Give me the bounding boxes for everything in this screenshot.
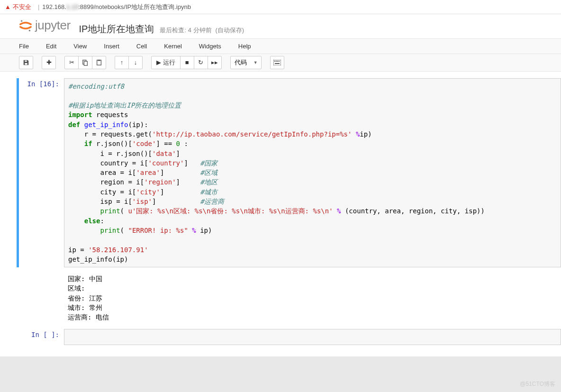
jupyter-logo[interactable]: jupyter	[19, 18, 71, 33]
restart-button[interactable]: ↻	[194, 56, 208, 69]
stop-icon: ■	[185, 59, 189, 66]
restart-icon: ↻	[198, 59, 203, 66]
notebook-title[interactable]: IP地址所在地查询	[79, 23, 154, 36]
browser-address-bar[interactable]: ▲ 不安全 | 192.168.1.13:8899/notebooks/IP地址…	[0, 0, 561, 14]
svg-rect-11	[275, 63, 280, 64]
svg-point-0	[21, 20, 23, 22]
copy-icon	[82, 59, 89, 66]
notebook-container: In [16]:#encoding:utf8 #根据ip地址查询出IP所在的地理…	[0, 72, 561, 356]
menu-widgets[interactable]: Widgets	[190, 39, 230, 54]
paste-icon	[96, 59, 102, 66]
svg-rect-9	[277, 61, 278, 62]
keyboard-icon	[273, 60, 281, 65]
url-text-suffix: :8899/notebooks/IP地址所在地查询.ipynb	[78, 3, 191, 11]
svg-rect-7	[274, 61, 275, 62]
svg-point-1	[29, 29, 31, 31]
input-prompt: In [16]:	[19, 78, 64, 268]
menu-bar: FileEditViewInsertCellKernelWidgetsHelp	[0, 38, 561, 54]
svg-rect-6	[273, 60, 281, 65]
output-text: 国家: 中国 区域: 省份: 江苏 城市: 常州 运营商: 电信	[64, 271, 561, 325]
run-label: 运行	[163, 58, 175, 67]
jupyter-logo-text: jupyter	[35, 18, 71, 33]
output-prompt	[19, 271, 64, 325]
svg-rect-8	[276, 61, 277, 62]
code-cell[interactable]: In [16]:#encoding:utf8 #根据ip地址查询出IP所在的地理…	[19, 76, 561, 270]
menu-file[interactable]: File	[19, 39, 37, 54]
paste-button[interactable]	[92, 56, 106, 69]
code-cell[interactable]: In [ ]:	[19, 327, 561, 347]
menu-insert[interactable]: Insert	[95, 39, 128, 54]
svg-rect-3	[84, 61, 87, 65]
url-text-prefix: 192.168.	[42, 3, 66, 10]
insecure-label: 不安全	[13, 3, 31, 11]
menu-kernel[interactable]: Kernel	[155, 39, 190, 54]
menu-help[interactable]: Help	[230, 39, 260, 54]
command-palette-button[interactable]	[270, 56, 284, 69]
arrow-down-icon: ↓	[134, 59, 137, 66]
menu-edit[interactable]: Edit	[37, 39, 65, 54]
code-input[interactable]	[64, 329, 561, 345]
svg-rect-5	[98, 59, 100, 61]
restart-run-all-button[interactable]: ▸▸	[208, 56, 222, 69]
interrupt-button[interactable]: ■	[180, 56, 194, 69]
url-separator: |	[38, 3, 39, 10]
autosave-status: (自动保存)	[216, 26, 244, 35]
move-down-button[interactable]: ↓	[128, 56, 143, 69]
notebook-header: jupyter IP地址所在地查询 最后检查: 4 分钟前 (自动保存)	[0, 14, 561, 38]
url-text-blurred: 1.13	[66, 3, 78, 10]
cut-button[interactable]: ✂	[64, 56, 79, 69]
move-up-button[interactable]: ↑	[115, 56, 129, 69]
add-cell-button[interactable]: ✚	[42, 56, 56, 69]
cell-type-select[interactable]: 代码	[230, 56, 262, 69]
toolbar: ✚ ✂ ↑ ↓ ▶ 运行 ■ ↻ ▸▸ 代码	[0, 54, 561, 72]
menu-view[interactable]: View	[65, 39, 95, 54]
arrow-up-icon: ↑	[120, 59, 124, 66]
svg-rect-10	[279, 61, 280, 62]
plus-icon: ✚	[46, 59, 52, 66]
input-prompt: In [ ]:	[19, 329, 64, 345]
run-icon: ▶	[156, 59, 161, 66]
save-button[interactable]	[19, 56, 33, 69]
code-input[interactable]: #encoding:utf8 #根据ip地址查询出IP所在的地理位置 impor…	[64, 78, 561, 268]
copy-button[interactable]	[78, 56, 92, 69]
output-cell: 国家: 中国 区域: 省份: 江苏 城市: 常州 运营商: 电信	[19, 269, 561, 327]
insecure-icon: ▲	[5, 3, 11, 10]
jupyter-logo-icon	[19, 19, 32, 32]
menu-cell[interactable]: Cell	[128, 39, 155, 54]
save-icon	[23, 59, 29, 66]
watermark: @51CTO博客	[520, 380, 555, 388]
run-button[interactable]: ▶ 运行	[151, 56, 181, 69]
last-checkpoint: 最后检查: 4 分钟前	[160, 26, 211, 35]
fast-forward-icon: ▸▸	[211, 59, 218, 66]
scissors-icon: ✂	[69, 59, 74, 66]
